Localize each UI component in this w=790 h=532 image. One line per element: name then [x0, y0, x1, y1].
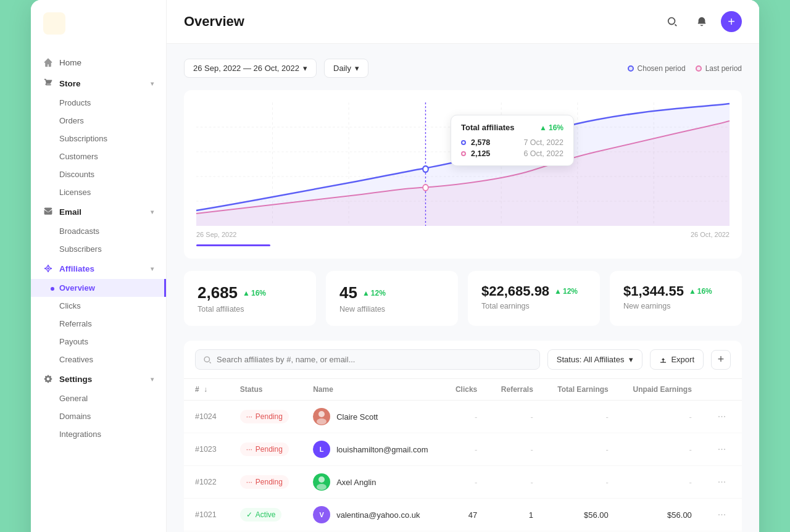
export-button[interactable]: Export — [650, 349, 704, 370]
cell-referrals: - — [488, 466, 544, 499]
sidebar-item-referrals[interactable]: Referrals — [31, 315, 166, 333]
period-selector[interactable]: Daily ▾ — [324, 59, 368, 78]
cell-unpaid-earnings: - — [620, 401, 703, 433]
chevron-down-icon: ▾ — [151, 265, 154, 272]
svg-point-3 — [48, 265, 49, 266]
search-button[interactable] — [662, 11, 683, 32]
cell-unpaid-earnings: - — [620, 433, 703, 466]
sidebar-item-orders[interactable]: Orders — [31, 112, 166, 130]
sidebar-item-discounts[interactable]: Discounts — [31, 165, 166, 183]
tooltip-date-2: 6 Oct, 2022 — [523, 149, 563, 158]
cell-id: #1021 — [184, 499, 229, 531]
table-row: #1022 ··· Pending Axel Anglin - - - - ··… — [184, 466, 742, 499]
sidebar-item-settings[interactable]: Settings ▾ — [31, 368, 166, 389]
sidebar-item-label: Settings — [59, 375, 92, 384]
stat-pct: ▲ 16% — [689, 287, 712, 296]
cell-referrals: - — [488, 401, 544, 433]
cell-clicks: - — [443, 433, 488, 466]
stat-value: $22,685.98 ▲ 12% — [481, 283, 586, 299]
sidebar-item-general[interactable]: General — [31, 389, 166, 407]
sidebar-item-subscriptions[interactable]: Subscriptions — [31, 130, 166, 148]
more-options-button[interactable]: ··· — [714, 410, 730, 423]
table-row: #1023 ··· Pending L louishamilton@gmail.… — [184, 433, 742, 466]
svg-point-4 — [48, 271, 49, 272]
table-header: # ↓ Status Name Clicks Referrals Total E… — [184, 379, 742, 401]
notification-button[interactable] — [691, 11, 712, 32]
sidebar-item-home[interactable]: Home — [31, 52, 166, 73]
table-row: #1021 ✓ Active V valentina@yahoo.co.uk 4… — [184, 499, 742, 531]
svg-point-25 — [317, 484, 326, 490]
svg-point-19 — [423, 166, 428, 172]
stat-value: 45 ▲ 12% — [339, 283, 444, 302]
stat-card-new-affiliates: 45 ▲ 12% New affiliates — [326, 271, 458, 326]
sidebar-item-subscribers[interactable]: Subscribers — [31, 240, 166, 258]
tooltip-title: Total affiliates — [461, 123, 514, 132]
status-filter[interactable]: Status: All Affiliates ▾ — [547, 349, 643, 370]
svg-point-6 — [51, 268, 52, 269]
cell-total-earnings: $56.00 — [544, 499, 620, 531]
chevron-down-icon: ▾ — [151, 209, 154, 215]
more-options-button[interactable]: ··· — [714, 443, 730, 455]
stat-value: $1,344.55 ▲ 16% — [623, 283, 728, 299]
page-header: Overview + — [167, 0, 759, 44]
sidebar-item-creatives[interactable]: Creatives — [31, 351, 166, 368]
sidebar-item-affiliates[interactable]: Affiliates ▾ — [31, 258, 166, 279]
header-actions: + — [662, 11, 742, 32]
cell-clicks: 47 — [443, 499, 488, 531]
chart-legend: Chosen period Last period — [628, 64, 742, 73]
sidebar-item-label: Home — [59, 58, 81, 67]
chart-area: Total affiliates ▲ 16% 2,578 7 Oct, 2022 — [196, 102, 730, 226]
cell-actions: ··· — [703, 433, 742, 466]
cell-name: L louishamilton@gmail.com — [302, 433, 443, 466]
sidebar-item-broadcasts[interactable]: Broadcasts — [31, 222, 166, 240]
more-options-button[interactable]: ··· — [714, 475, 730, 488]
search-box[interactable] — [195, 349, 540, 370]
affiliate-name-text: Axel Anglin — [336, 478, 376, 487]
sidebar-item-products[interactable]: Products — [31, 94, 166, 112]
sidebar-item-licenses[interactable]: Licenses — [31, 183, 166, 201]
add-affiliate-button[interactable]: + — [711, 350, 731, 370]
stat-label: Total earnings — [481, 302, 586, 310]
stat-pct: ▲ 12% — [362, 289, 386, 297]
tooltip-pct: ▲ 16% — [539, 123, 563, 132]
cell-total-earnings: - — [544, 466, 620, 499]
sidebar-item-overview[interactable]: Overview — [31, 279, 166, 297]
cell-unpaid-earnings: - — [620, 466, 703, 499]
content-area: 26 Sep, 2022 — 26 Oct, 2022 ▾ Daily ▾ Ch… — [167, 44, 759, 532]
cell-name: Claire Scott — [302, 401, 443, 433]
sidebar-item-integrations[interactable]: Integrations — [31, 425, 166, 443]
sidebar-item-payouts[interactable]: Payouts — [31, 333, 166, 351]
date-range-label: 26 Sep, 2022 — 26 Oct, 2022 — [193, 64, 299, 73]
col-unpaid-earnings: Unpaid Earnings — [620, 379, 703, 401]
stat-pct: ▲ 16% — [243, 289, 266, 297]
affiliate-name: Claire Scott — [313, 408, 432, 425]
sidebar-item-label: Affiliates — [59, 264, 94, 273]
affiliate-name-text: valentina@yahoo.co.uk — [336, 510, 420, 520]
more-options-button[interactable]: ··· — [714, 508, 730, 521]
tooltip-value-2: 2,125 — [471, 149, 493, 158]
sidebar-item-domains[interactable]: Domains — [31, 407, 166, 425]
status-badge: ··· Pending — [240, 475, 289, 489]
sidebar-item-store[interactable]: Store ▾ — [31, 73, 166, 94]
stat-card-total-affiliates: 2,685 ▲ 16% Total affiliates — [184, 271, 316, 326]
sidebar-item-clicks[interactable]: Clicks — [31, 297, 166, 315]
sidebar-nav: Home Store ▾ Products Orders Subscriptio… — [31, 52, 166, 532]
affiliate-name-text: louishamilton@gmail.com — [336, 445, 428, 454]
avatar — [313, 408, 330, 425]
sidebar: 🌿 Home Store ▾ Products Orders Subscript… — [31, 0, 167, 532]
sidebar-item-label: Email — [59, 207, 81, 217]
table-body: #1024 ··· Pending Claire Scott - - - - ·… — [184, 401, 742, 533]
tooltip-header: Total affiliates ▲ 16% — [461, 123, 563, 132]
add-button[interactable]: + — [721, 11, 742, 32]
svg-point-22 — [318, 411, 325, 417]
search-input[interactable] — [217, 355, 532, 364]
cell-id: #1024 — [184, 401, 229, 433]
tooltip-date-1: 7 Oct, 2022 — [523, 138, 563, 147]
status-badge: ✓ Active — [240, 508, 282, 522]
sidebar-item-customers[interactable]: Customers — [31, 148, 166, 165]
sidebar-item-email[interactable]: Email ▾ — [31, 201, 166, 222]
chevron-down-icon: ▾ — [151, 80, 154, 87]
date-range-picker[interactable]: 26 Sep, 2022 — 26 Oct, 2022 ▾ — [184, 59, 317, 78]
svg-point-24 — [318, 476, 325, 483]
table-row: #1024 ··· Pending Claire Scott - - - - ·… — [184, 401, 742, 433]
